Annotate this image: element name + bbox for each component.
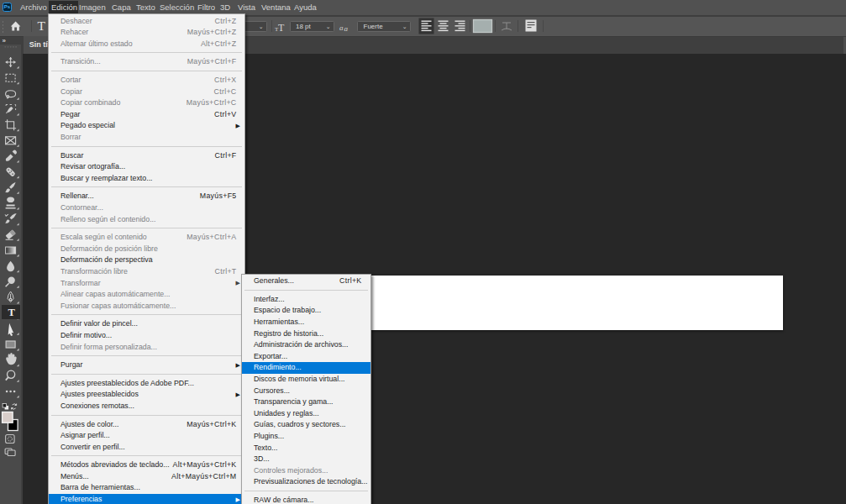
svg-text:T: T [278, 22, 285, 34]
svg-text:a: a [344, 24, 349, 33]
svg-text:T: T [38, 18, 46, 33]
svg-text:a: a [339, 24, 344, 32]
